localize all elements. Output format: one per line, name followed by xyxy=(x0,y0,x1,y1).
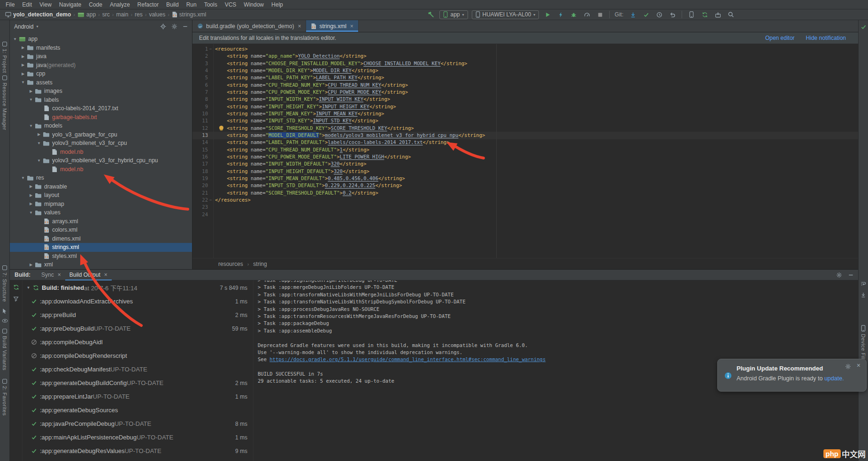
menu-run[interactable]: Run xyxy=(183,0,200,9)
code-line[interactable]: <string name="INPUT_HEIGHT_DEFAULT">320<… xyxy=(215,168,858,175)
line-number[interactable]: 4 xyxy=(205,67,208,74)
project-tree-item-coco-labels-2014-2017-txt[interactable]: coco-labels-2014_2017.txt xyxy=(10,104,192,113)
tab-close-icon[interactable]: × xyxy=(58,272,61,278)
line-number[interactable]: 2 xyxy=(205,53,208,60)
breadcrumb-strings-xml[interactable]: strings.xml xyxy=(172,11,206,18)
project-tree-item-layout[interactable]: ▶layout xyxy=(10,191,192,200)
code-line[interactable]: <string name="LABEL_PATH_KEY">LABEL_PATH… xyxy=(215,74,858,81)
line-number[interactable]: 17 xyxy=(202,160,208,167)
tree-toggle-icon[interactable]: ▼ xyxy=(28,98,34,102)
rollback-icon[interactable] xyxy=(668,10,677,19)
scroll-to-end-icon[interactable] xyxy=(860,292,866,298)
menu-file[interactable]: File xyxy=(2,0,18,9)
project-tree-item-images[interactable]: ▶images xyxy=(10,87,192,96)
line-number[interactable]: 13 xyxy=(202,132,208,139)
tree-toggle-icon[interactable]: ▼ xyxy=(12,37,18,41)
line-number[interactable]: 18 xyxy=(202,168,208,175)
fold-marker[interactable]: − xyxy=(208,45,213,53)
menu-edit[interactable]: Edit xyxy=(18,0,36,9)
code-line[interactable]: <string name="CPU_THREAD_NUM_DEFAULT">1<… xyxy=(215,146,858,153)
tree-toggle-icon[interactable]: ▶ xyxy=(20,63,26,67)
project-tree-item-colors-xml[interactable]: colors.xml xyxy=(10,226,192,234)
run-config-selector[interactable]: app▾ xyxy=(439,10,468,19)
eye-icon[interactable] xyxy=(2,318,8,323)
sync-project-icon[interactable] xyxy=(700,10,709,19)
line-number[interactable]: 7 xyxy=(205,89,208,96)
project-tree-item-res[interactable]: ▼res xyxy=(10,174,192,182)
notification-settings-icon[interactable] xyxy=(845,363,851,370)
line-number[interactable]: 16 xyxy=(202,153,208,160)
apply-changes-icon[interactable] xyxy=(556,10,565,19)
rerun-build-icon[interactable] xyxy=(13,284,19,290)
code-line[interactable]: <string name="CPU_POWER_MODE_KEY">CPU_PO… xyxy=(215,89,858,96)
tree-toggle-icon[interactable]: ▼ xyxy=(28,211,34,215)
open-editor-link[interactable]: Open editor xyxy=(765,35,795,41)
editor-breadcrumb-string[interactable]: string xyxy=(253,261,267,267)
line-number[interactable]: 20 xyxy=(202,182,208,189)
cursor-icon[interactable] xyxy=(2,308,7,314)
breadcrumb-main[interactable]: main xyxy=(116,11,128,18)
build-task-app-checkdebugmanifest[interactable]: :app:checkDebugManifest UP-TO-DATE xyxy=(23,363,253,376)
menu-tools[interactable]: Tools xyxy=(200,0,221,9)
code-line[interactable]: <resources> xyxy=(215,45,858,53)
code-line[interactable] xyxy=(215,204,858,211)
tool-stripe-build-variants[interactable]: Build Variants xyxy=(0,329,9,370)
build-task-app-predebugbuild[interactable]: :app:preDebugBuild UP-TO-DATE59 ms xyxy=(23,322,253,335)
tree-toggle-icon[interactable]: ▶ xyxy=(28,89,34,93)
tree-toggle-icon[interactable]: ▶ xyxy=(20,72,26,76)
menu-code[interactable]: Code xyxy=(85,0,106,9)
project-tree-item-model-nb[interactable]: model.nb xyxy=(10,165,192,174)
project-tree-item-yolov3-mobilenet-v3-for-hybrid-cpu-npu[interactable]: ▼yolov3_mobilenet_v3_for_hybrid_cpu_npu xyxy=(10,156,192,165)
build-task-app-generatedebugresvalues[interactable]: :app:generateDebugResValues UP-TO-DATE9 … xyxy=(23,444,253,458)
intention-bulb-icon[interactable] xyxy=(219,126,223,130)
hide-panel-icon[interactable] xyxy=(183,24,188,29)
line-number[interactable]: 21 xyxy=(202,189,208,196)
tool-stripe-7-structure[interactable]: 7: Structure xyxy=(0,265,9,302)
build-task-app-preparelintjar[interactable]: :app:prepareLintJar UP-TO-DATE1 ms xyxy=(23,390,253,403)
code-line[interactable]: <string name="INPUT_HEIGHT_KEY">INPUT_HE… xyxy=(215,103,858,110)
code-line[interactable]: <string name="INPUT_MEAN_KEY">INPUT_MEAN… xyxy=(215,110,858,117)
build-task-app-compiledebugaidl[interactable]: :app:compileDebugAidl xyxy=(23,335,253,349)
project-tree-item-mipmap[interactable]: ▶mipmap xyxy=(10,200,192,209)
line-number[interactable]: 9 xyxy=(205,103,208,110)
search-everywhere-icon[interactable] xyxy=(726,10,736,19)
code-line[interactable]: <string name="INPUT_STD_DEFAULT">0.229,0… xyxy=(215,182,858,189)
project-tree-item-models[interactable]: ▼models xyxy=(10,121,192,130)
code-line[interactable]: <string name="CPU_POWER_MODE_DEFAULT">LI… xyxy=(215,153,858,160)
update-link[interactable]: update. xyxy=(824,375,844,382)
history-icon[interactable] xyxy=(654,10,664,19)
tree-toggle-icon[interactable]: ▼ xyxy=(25,286,31,290)
tree-toggle-icon[interactable]: ▼ xyxy=(20,80,26,84)
code-line[interactable]: <string name="INPUT_WIDTH_KEY">INPUT_WID… xyxy=(215,96,858,103)
sdk-manager-icon[interactable] xyxy=(713,10,722,19)
tool-stripe-2-favorites[interactable]: 2: Favorites xyxy=(0,379,9,416)
code-line[interactable]: <string name="MODEL_DIR_KEY">MODEL_DIR_K… xyxy=(215,67,858,74)
project-tree-item-garbage-labels-txt[interactable]: garbage-labels.txt xyxy=(10,113,192,122)
project-view-selector[interactable]: Android ▾ xyxy=(14,23,38,30)
menu-window[interactable]: Window xyxy=(240,0,268,9)
line-number[interactable]: 22 xyxy=(202,196,208,204)
code-line[interactable]: <string name="SCORE_THRESHOLD_KEY">SCORE… xyxy=(215,125,858,132)
line-number[interactable]: 23 xyxy=(202,204,208,211)
tree-toggle-icon[interactable]: ▶ xyxy=(28,263,34,267)
build-root-row[interactable]: ▼Build: finished at 20-7-6 下午11:147 s 84… xyxy=(23,281,253,295)
project-tree-item-java[interactable]: ▶java xyxy=(10,52,192,61)
menu-analyze[interactable]: Analyze xyxy=(106,0,134,9)
project-tree-item-model-nb[interactable]: model.nb xyxy=(10,148,192,157)
code-line[interactable]: <string name="INPUT_MEAN_DEFAULT">0.485,… xyxy=(215,175,858,182)
line-number[interactable]: 11 xyxy=(202,117,208,124)
line-number[interactable]: 15 xyxy=(202,146,208,153)
project-tree-item-labels[interactable]: ▼labels xyxy=(10,96,192,105)
git-update-icon[interactable] xyxy=(628,10,638,19)
menu-build[interactable]: Build xyxy=(162,0,183,9)
build-tab-build-output[interactable]: Build Output× xyxy=(65,270,112,280)
settings-icon[interactable] xyxy=(836,272,842,278)
project-tree-item-manifests[interactable]: ▶manifests xyxy=(10,44,192,53)
tool-stripe-resource-manager[interactable]: Resource Manager xyxy=(0,76,9,130)
project-tree-item-strings-xml[interactable]: strings.xml xyxy=(10,243,192,252)
project-tree-item-arrays-xml[interactable]: arrays.xml xyxy=(10,217,192,226)
device-manager-icon[interactable] xyxy=(687,10,696,19)
filter-icon[interactable] xyxy=(13,296,19,302)
tree-toggle-icon[interactable]: ▼ xyxy=(20,176,26,180)
code-line[interactable]: <string name="app_name">YOLO Detection</… xyxy=(215,53,858,60)
